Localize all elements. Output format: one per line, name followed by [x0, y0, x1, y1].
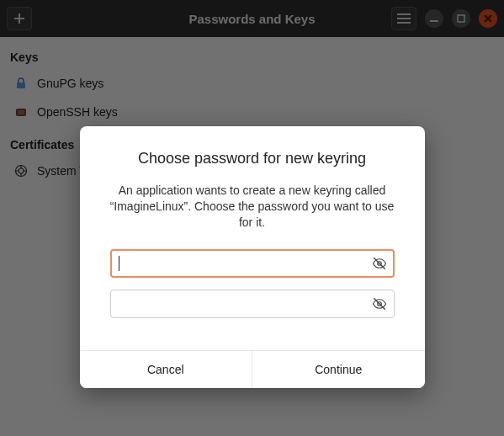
password-row [110, 249, 395, 278]
confirm-password-input[interactable] [110, 290, 395, 318]
password-input[interactable] [110, 249, 395, 278]
continue-button[interactable]: Continue [252, 351, 425, 388]
modal-overlay: Choose password for new keyring An appli… [0, 0, 504, 436]
passwords-and-keys-window: Passwords and Keys Keys GnuPG keys [0, 0, 504, 436]
toggle-password-visibility-button[interactable] [368, 252, 391, 275]
confirm-password-row [110, 290, 395, 318]
dialog-description: An application wants to create a new key… [110, 183, 395, 231]
eye-off-icon [372, 296, 387, 311]
cancel-button[interactable]: Cancel [80, 351, 252, 388]
text-caret [119, 256, 119, 271]
new-keyring-password-dialog: Choose password for new keyring An appli… [80, 126, 425, 388]
toggle-confirm-visibility-button[interactable] [368, 292, 391, 316]
dialog-button-row: Cancel Continue [80, 350, 425, 388]
dialog-title: Choose password for new keyring [110, 150, 395, 167]
eye-off-icon [372, 256, 387, 271]
